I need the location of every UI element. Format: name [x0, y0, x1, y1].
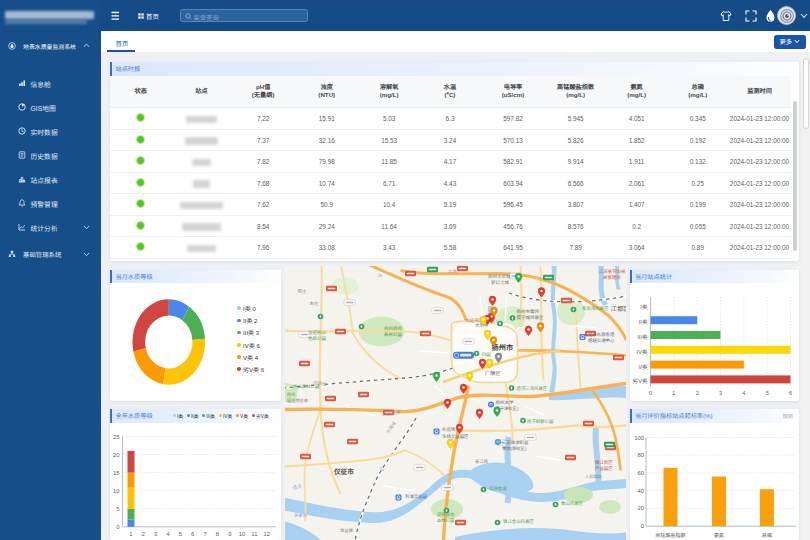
svg-text:江都区: 江都区	[610, 304, 626, 313]
svg-text:世业镇: 世业镇	[340, 527, 354, 533]
svg-text:4: 4	[166, 528, 170, 537]
svg-text:界家沟: 界家沟	[294, 512, 307, 518]
svg-text:5: 5	[179, 528, 183, 537]
svg-text:焦山风景区: 焦山风景区	[561, 500, 584, 506]
svg-text:仪征市: 仪征市	[333, 466, 354, 476]
svg-text:3: 3	[718, 389, 721, 397]
svg-text:扬子颐野公园: 扬子颐野公园	[527, 417, 554, 423]
svg-text:闸管理所: 闸管理所	[603, 274, 621, 280]
svg-text:5: 5	[765, 389, 768, 397]
svg-text:80: 80	[637, 450, 644, 459]
svg-text:西庄: 西庄	[297, 288, 306, 294]
svg-text:10: 10	[239, 528, 246, 537]
svg-text:高锰酸盐指数: 高锰酸盐指数	[655, 530, 686, 537]
svg-text:朱庄: 朱庄	[309, 299, 318, 305]
svg-text:6: 6	[191, 528, 195, 537]
svg-text:7: 7	[203, 528, 206, 537]
svg-text:20: 20	[637, 503, 644, 512]
svg-text:20: 20	[113, 449, 120, 458]
svg-text:瓜洲古渡: 瓜洲古渡	[489, 485, 507, 491]
svg-text:何园: 何园	[481, 351, 490, 357]
svg-text:学院(新校区): 学院(新校区)	[502, 445, 527, 451]
svg-text:0: 0	[640, 521, 644, 530]
svg-text:1: 1	[672, 389, 675, 397]
svg-text:0: 0	[116, 521, 120, 530]
svg-text:地质公园: 地质公园	[308, 335, 326, 341]
svg-text:森林公园: 森林公园	[384, 331, 402, 337]
svg-text:运河三湾风景区: 运河三湾风景区	[516, 385, 547, 391]
svg-text:广陵区: 广陵区	[485, 369, 501, 376]
svg-text:产业园区: 产业园区	[595, 465, 613, 471]
svg-text:朴席镇: 朴席镇	[442, 426, 456, 432]
svg-text:V类: V类	[638, 363, 648, 371]
svg-text:华扬工业园区: 华扬工业园区	[442, 433, 469, 439]
svg-text:3: 3	[154, 528, 158, 537]
svg-text:III类: III类	[637, 333, 648, 341]
svg-text:0: 0	[648, 389, 651, 397]
svg-text:森林公园: 森林公园	[437, 517, 454, 523]
svg-text:2: 2	[695, 389, 698, 397]
svg-text:60: 60	[637, 468, 644, 477]
svg-text:II类: II类	[638, 318, 647, 326]
svg-text:利浦工业园: 利浦工业园	[405, 493, 428, 499]
svg-text:茱萸湾风景区: 茱萸湾风景区	[582, 304, 609, 310]
svg-text:10: 10	[113, 485, 120, 494]
svg-text:I类: I类	[640, 303, 648, 311]
svg-text:6: 6	[788, 389, 791, 397]
svg-text:8: 8	[216, 528, 220, 537]
svg-text:园艺博览会: 园艺博览会	[287, 397, 309, 403]
svg-text:梦幻之城: 梦幻之城	[491, 278, 509, 284]
svg-text:1: 1	[129, 528, 132, 537]
svg-text:IV类: IV类	[636, 348, 647, 356]
svg-text:人民四路: 人民四路	[585, 473, 603, 479]
svg-text:5: 5	[116, 503, 120, 512]
svg-text:氨氮: 氨氮	[713, 530, 723, 537]
svg-text:9: 9	[228, 528, 231, 537]
svg-text:总磷: 总磷	[761, 530, 771, 537]
svg-text:北路: 北路	[448, 268, 457, 274]
svg-text:15: 15	[113, 467, 120, 476]
svg-text:2: 2	[142, 528, 145, 537]
svg-text:镇江金山风景区: 镇江金山风景区	[503, 518, 534, 524]
svg-text:11: 11	[251, 528, 257, 537]
svg-text:枢纽交通中心: 枢纽交通中心	[588, 337, 615, 343]
svg-text:春江路: 春江路	[475, 458, 489, 464]
svg-text:劣V类: 劣V类	[632, 377, 647, 385]
svg-text:100: 100	[634, 432, 645, 441]
svg-text:瘦子城风景区: 瘦子城风景区	[516, 314, 543, 320]
svg-text:40: 40	[637, 485, 644, 494]
svg-text:12: 12	[264, 528, 271, 537]
svg-text:25: 25	[113, 431, 120, 440]
svg-text:4: 4	[742, 389, 745, 397]
